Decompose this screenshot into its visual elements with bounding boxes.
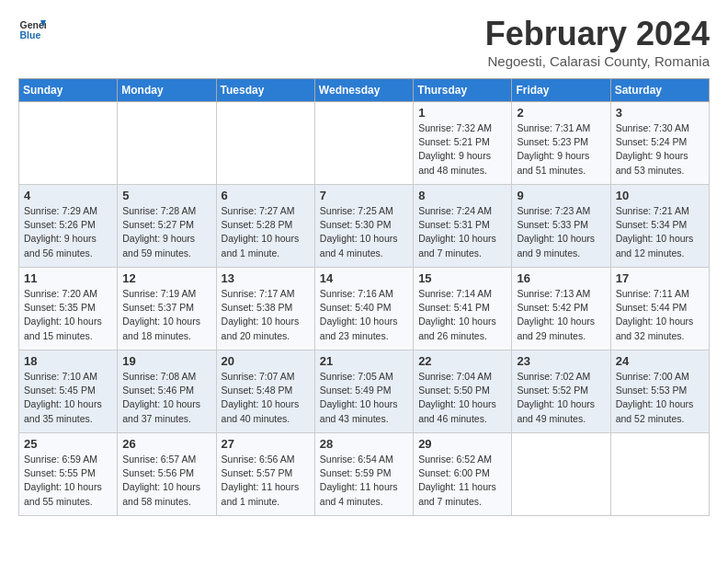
- calendar-subtitle: Negoesti, Calarasi County, Romania: [485, 53, 710, 69]
- table-row: 23Sunrise: 7:02 AMSunset: 5:52 PMDayligh…: [512, 350, 610, 433]
- day-number: 28: [320, 437, 408, 451]
- day-info: Sunrise: 7:08 AMSunset: 5:46 PMDaylight:…: [122, 370, 210, 426]
- day-info: Sunrise: 7:19 AMSunset: 5:37 PMDaylight:…: [122, 287, 210, 343]
- table-row: [19, 102, 118, 185]
- day-number: 26: [122, 437, 210, 451]
- table-row: 16Sunrise: 7:13 AMSunset: 5:42 PMDayligh…: [512, 268, 610, 350]
- col-saturday: Saturday: [610, 79, 709, 102]
- table-row: 15Sunrise: 7:14 AMSunset: 5:41 PMDayligh…: [414, 268, 512, 350]
- day-number: 5: [122, 189, 210, 202]
- table-row: 8Sunrise: 7:24 AMSunset: 5:31 PMDaylight…: [414, 185, 512, 268]
- calendar-week-row: 25Sunrise: 6:59 AMSunset: 5:55 PMDayligh…: [19, 433, 710, 516]
- table-row: 27Sunrise: 6:56 AMSunset: 5:57 PMDayligh…: [216, 433, 314, 516]
- day-info: Sunrise: 7:07 AMSunset: 5:48 PMDaylight:…: [222, 370, 310, 426]
- calendar-table: Sunday Monday Tuesday Wednesday Thursday…: [18, 78, 710, 516]
- col-friday: Friday: [512, 79, 610, 102]
- table-row: 28Sunrise: 6:54 AMSunset: 5:59 PMDayligh…: [314, 433, 413, 516]
- table-row: [512, 433, 610, 516]
- day-info: Sunrise: 6:57 AMSunset: 5:56 PMDaylight:…: [122, 453, 210, 509]
- table-row: 13Sunrise: 7:17 AMSunset: 5:38 PMDayligh…: [216, 268, 314, 350]
- day-number: 10: [616, 189, 704, 202]
- day-number: 3: [616, 106, 704, 120]
- day-number: 27: [222, 437, 310, 451]
- day-number: 21: [320, 354, 408, 368]
- day-number: 29: [418, 437, 506, 451]
- day-number: 8: [418, 189, 506, 202]
- table-row: 10Sunrise: 7:21 AMSunset: 5:34 PMDayligh…: [610, 185, 709, 268]
- table-row: 1Sunrise: 7:32 AMSunset: 5:21 PMDaylight…: [414, 102, 512, 185]
- table-row: 5Sunrise: 7:28 AMSunset: 5:27 PMDaylight…: [118, 185, 216, 268]
- day-number: 17: [616, 271, 704, 285]
- table-row: 2Sunrise: 7:31 AMSunset: 5:23 PMDaylight…: [512, 102, 610, 185]
- col-sunday: Sunday: [19, 79, 118, 102]
- table-row: 25Sunrise: 6:59 AMSunset: 5:55 PMDayligh…: [19, 433, 118, 516]
- header: General Blue February 2024 Negoesti, Cal…: [18, 15, 710, 69]
- table-row: 11Sunrise: 7:20 AMSunset: 5:35 PMDayligh…: [19, 268, 118, 350]
- day-number: 20: [222, 354, 310, 368]
- day-number: 22: [418, 354, 506, 368]
- day-info: Sunrise: 7:28 AMSunset: 5:27 PMDaylight:…: [122, 204, 210, 260]
- logo-icon: General Blue: [18, 15, 46, 42]
- table-row: 7Sunrise: 7:25 AMSunset: 5:30 PMDaylight…: [314, 185, 413, 268]
- day-number: 6: [222, 189, 310, 202]
- day-number: 25: [24, 437, 112, 451]
- day-number: 24: [616, 354, 704, 368]
- day-info: Sunrise: 7:20 AMSunset: 5:35 PMDaylight:…: [24, 287, 112, 343]
- day-number: 4: [24, 189, 112, 202]
- table-row: 20Sunrise: 7:07 AMSunset: 5:48 PMDayligh…: [216, 350, 314, 433]
- day-info: Sunrise: 7:14 AMSunset: 5:41 PMDaylight:…: [418, 287, 506, 343]
- day-info: Sunrise: 7:25 AMSunset: 5:30 PMDaylight:…: [320, 204, 408, 260]
- day-info: Sunrise: 7:17 AMSunset: 5:38 PMDaylight:…: [222, 287, 310, 343]
- day-info: Sunrise: 7:29 AMSunset: 5:26 PMDaylight:…: [24, 204, 112, 260]
- table-row: 12Sunrise: 7:19 AMSunset: 5:37 PMDayligh…: [118, 268, 216, 350]
- day-number: 16: [517, 271, 605, 285]
- day-number: 19: [122, 354, 210, 368]
- day-info: Sunrise: 7:00 AMSunset: 5:53 PMDaylight:…: [616, 370, 704, 426]
- day-number: 23: [517, 354, 605, 368]
- day-info: Sunrise: 7:13 AMSunset: 5:42 PMDaylight:…: [517, 287, 605, 343]
- table-row: 26Sunrise: 6:57 AMSunset: 5:56 PMDayligh…: [118, 433, 216, 516]
- table-row: 14Sunrise: 7:16 AMSunset: 5:40 PMDayligh…: [314, 268, 413, 350]
- day-number: 11: [24, 271, 112, 285]
- table-row: [610, 433, 709, 516]
- table-row: 3Sunrise: 7:30 AMSunset: 5:24 PMDaylight…: [610, 102, 709, 185]
- day-info: Sunrise: 7:21 AMSunset: 5:34 PMDaylight:…: [616, 204, 704, 260]
- calendar-title: February 2024: [485, 15, 710, 53]
- day-info: Sunrise: 7:27 AMSunset: 5:28 PMDaylight:…: [222, 204, 310, 260]
- table-row: 29Sunrise: 6:52 AMSunset: 6:00 PMDayligh…: [414, 433, 512, 516]
- day-number: 12: [122, 271, 210, 285]
- table-row: 6Sunrise: 7:27 AMSunset: 5:28 PMDaylight…: [216, 185, 314, 268]
- table-row: [216, 102, 314, 185]
- day-info: Sunrise: 7:31 AMSunset: 5:23 PMDaylight:…: [517, 121, 605, 178]
- col-monday: Monday: [118, 79, 216, 102]
- table-row: [118, 102, 216, 185]
- col-wednesday: Wednesday: [314, 79, 413, 102]
- calendar-week-row: 1Sunrise: 7:32 AMSunset: 5:21 PMDaylight…: [19, 102, 710, 185]
- day-info: Sunrise: 6:52 AMSunset: 6:00 PMDaylight:…: [418, 453, 506, 509]
- svg-text:Blue: Blue: [20, 29, 41, 40]
- day-number: 7: [320, 189, 408, 202]
- table-row: 24Sunrise: 7:00 AMSunset: 5:53 PMDayligh…: [610, 350, 709, 433]
- day-number: 9: [517, 189, 605, 202]
- day-info: Sunrise: 7:02 AMSunset: 5:52 PMDaylight:…: [517, 370, 605, 426]
- table-row: [314, 102, 413, 185]
- day-number: 15: [418, 271, 506, 285]
- title-section: February 2024 Negoesti, Calarasi County,…: [485, 15, 710, 69]
- day-info: Sunrise: 6:54 AMSunset: 5:59 PMDaylight:…: [320, 453, 408, 509]
- calendar-header-row: Sunday Monday Tuesday Wednesday Thursday…: [19, 79, 710, 102]
- col-tuesday: Tuesday: [216, 79, 314, 102]
- day-info: Sunrise: 7:04 AMSunset: 5:50 PMDaylight:…: [418, 370, 506, 426]
- day-number: 2: [517, 106, 605, 120]
- day-info: Sunrise: 7:10 AMSunset: 5:45 PMDaylight:…: [24, 370, 112, 426]
- day-info: Sunrise: 7:32 AMSunset: 5:21 PMDaylight:…: [418, 121, 506, 178]
- table-row: 18Sunrise: 7:10 AMSunset: 5:45 PMDayligh…: [19, 350, 118, 433]
- calendar-week-row: 4Sunrise: 7:29 AMSunset: 5:26 PMDaylight…: [19, 185, 710, 268]
- table-row: 22Sunrise: 7:04 AMSunset: 5:50 PMDayligh…: [414, 350, 512, 433]
- col-thursday: Thursday: [414, 79, 512, 102]
- day-number: 18: [24, 354, 112, 368]
- calendar-week-row: 11Sunrise: 7:20 AMSunset: 5:35 PMDayligh…: [19, 268, 710, 350]
- table-row: 21Sunrise: 7:05 AMSunset: 5:49 PMDayligh…: [314, 350, 413, 433]
- calendar-week-row: 18Sunrise: 7:10 AMSunset: 5:45 PMDayligh…: [19, 350, 710, 433]
- table-row: 4Sunrise: 7:29 AMSunset: 5:26 PMDaylight…: [19, 185, 118, 268]
- logo: General Blue: [18, 15, 46, 42]
